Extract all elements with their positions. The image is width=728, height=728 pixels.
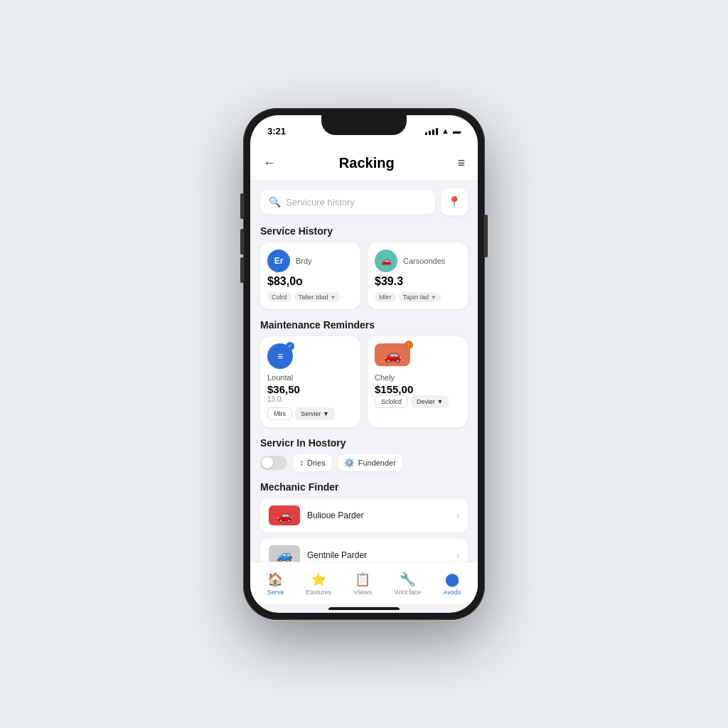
app-header: ← Racking ≡ [250, 146, 478, 180]
location-button[interactable]: 📍 [441, 188, 468, 215]
nav-item-features[interactable]: ⭐ Eaxtures [300, 569, 337, 599]
mechanic-car-0: 🚗 [269, 505, 300, 525]
mechanic-item-1[interactable]: 🚙 Gentnile Parder › [260, 538, 468, 562]
service-history-header: Service History [260, 225, 468, 237]
nav-item-workspace[interactable]: 🔧 Wint:face [389, 569, 427, 599]
car-emoji: 🚗 [384, 346, 402, 363]
service-history-cards: Er Brdy $83,0o Colrd Talter Idad ▼ [260, 242, 468, 309]
nav-avoids-label: Avods [443, 589, 461, 596]
maintenance-header: Maintenance Reminders [260, 319, 468, 331]
filter-chip-2[interactable]: ⚙️ Fundender [338, 454, 402, 471]
status-time: 3:21 [267, 126, 286, 136]
app-content: 🔍 Servicure history 📍 Service History Er… [250, 180, 478, 562]
dropdown-icon-2: ▼ [437, 398, 444, 405]
maint-1-sub: 13.0. [267, 395, 353, 403]
card-1-tags: Colrd Talter Idad ▼ [267, 292, 353, 302]
mechanic-list: 🚗 Buliоue Parder › 🚙 Gentnile Parder › 🚕… [260, 498, 468, 562]
page-title: Racking [339, 155, 395, 171]
mechanic-finder-header: Mechanic Finder [260, 481, 468, 493]
mechanic-name-0: Buliоue Parder [307, 510, 449, 520]
nav-item-avoids[interactable]: ⬤ Avods [437, 569, 466, 599]
mechanic-item-0[interactable]: 🚗 Buliоue Parder › [260, 498, 468, 532]
card-2-name: Carsoondes [403, 257, 445, 265]
nav-item-serve[interactable]: 🏠 Serve [262, 569, 290, 599]
wifi-icon: ▲ [441, 127, 449, 135]
maint-badge: ✓ [286, 342, 294, 350]
nav-features-icon: ⭐ [311, 572, 326, 587]
maint-1-btn2[interactable]: Servier ▼ [295, 407, 335, 420]
search-icon: 🔍 [269, 196, 281, 208]
search-row: 🔍 Servicure history 📍 [260, 188, 468, 215]
card-2-tag2[interactable]: Tapin Iad ▼ [399, 292, 441, 302]
maint-1-price: $36,50 [267, 383, 353, 395]
maint-2-name: Chely [375, 373, 461, 382]
chip-1-icon: ↕️ [299, 458, 304, 468]
chip-2-icon: ⚙️ [344, 458, 355, 468]
dropdown-icon: ▼ [323, 410, 329, 417]
maint-2-badge: ! [405, 341, 413, 349]
battery-icon: ▬ [453, 127, 461, 135]
maint-card-1[interactable]: ≡ ✓ Lountal $36,50 13.0. Mlrs Servier ▼ [260, 336, 360, 427]
menu-button[interactable]: ≡ [457, 156, 465, 171]
card-1-avatar-text: Er [274, 256, 284, 266]
maint-icon: ≡ [277, 350, 283, 362]
status-icons: ▲ ▬ [425, 127, 461, 135]
card-1-tag2[interactable]: Talter Idad ▼ [294, 292, 341, 302]
phone-frame: 3:21 ▲ ▬ ← Racking ≡ 🔍 [243, 108, 485, 620]
chevron-0: › [456, 510, 459, 520]
search-placeholder: Servicure history [286, 197, 355, 208]
card-1-tag1[interactable]: Colrd [267, 292, 291, 302]
maint-1-actions: Mlrs Servier ▼ [267, 407, 353, 420]
toggle-switch[interactable] [260, 456, 287, 470]
card-1-top: Er Brdy [267, 250, 353, 272]
maint-2-actions: Sclolcd Devier ▼ [375, 395, 461, 408]
maintenance-cards: ≡ ✓ Lountal $36,50 13.0. Mlrs Servier ▼ [260, 336, 468, 427]
nav-avoids-icon: ⬤ [445, 572, 459, 587]
notch [321, 115, 407, 135]
maint-1-btn1[interactable]: Mlrs [267, 407, 292, 420]
status-bar: 3:21 ▲ ▬ [250, 115, 478, 146]
card-1-avatar: Er [267, 250, 290, 272]
service-card-2[interactable]: 🚗 Carsoondes $39.3 Mlirr Tapin Iad ▼ [368, 242, 468, 309]
card-2-avatar: 🚗 [375, 250, 397, 272]
maint-2-btn2[interactable]: Devier ▼ [411, 395, 449, 408]
maint-card-2[interactable]: 🚗 ! Chely $155,00 Sclolcd Devier ▼ [368, 336, 468, 427]
nav-workspace-icon: 🔧 [400, 572, 415, 587]
nav-workspace-label: Wint:face [395, 589, 422, 596]
phone-screen: 3:21 ▲ ▬ ← Racking ≡ 🔍 [250, 115, 478, 613]
nav-features-label: Eaxtures [306, 589, 331, 596]
service-card-1[interactable]: Er Brdy $83,0o Colrd Talter Idad ▼ [260, 242, 360, 309]
maint-1-name: Lountal [267, 373, 353, 382]
card-1-dropdown-icon: ▼ [331, 294, 336, 301]
maint-avatar: ≡ ✓ [267, 343, 293, 369]
maint-2-btn1[interactable]: Sclolcd [375, 395, 408, 408]
service-in-history-header: Servicr In Hostory [260, 437, 468, 449]
nav-item-views[interactable]: 📋 Vliews [348, 569, 378, 599]
mechanic-name-1: Gentnile Parder [307, 550, 449, 560]
search-box[interactable]: 🔍 Servicure history [260, 190, 435, 214]
card-2-top: 🚗 Carsoondes [375, 250, 461, 272]
maint-2-price: $155,00 [375, 383, 461, 395]
card-2-price: $39.3 [375, 275, 461, 288]
card-2-tag1[interactable]: Mlirr [375, 292, 396, 302]
filter-row: ↕️ Dries ⚙️ Fundender [260, 454, 468, 471]
toggle-knob [262, 457, 273, 469]
card-2-dropdown-icon: ▼ [431, 294, 437, 301]
nav-views-icon: 📋 [355, 572, 370, 587]
home-bar [328, 607, 400, 610]
signal-icon [425, 127, 438, 135]
back-button[interactable]: ← [263, 156, 276, 171]
card-1-price: $83,0o [267, 275, 353, 288]
mechanic-car-1: 🚙 [269, 545, 300, 562]
nav-serve-icon: 🏠 [267, 572, 283, 587]
card-2-tags: Mlirr Tapin Iad ▼ [375, 292, 461, 302]
bottom-nav: 🏠 Serve ⭐ Eaxtures 📋 Vliews 🔧 Wint:face … [250, 562, 478, 604]
chip-1-label: Dries [307, 459, 326, 467]
card-1-name: Brdy [296, 257, 312, 265]
location-icon: 📍 [447, 196, 461, 209]
nav-serve-label: Serve [267, 589, 284, 596]
chevron-1: › [456, 550, 459, 560]
nav-views-label: Vliews [353, 589, 372, 596]
filter-chip-1[interactable]: ↕️ Dries [293, 454, 332, 471]
car-icon: 🚗 [381, 256, 392, 266]
